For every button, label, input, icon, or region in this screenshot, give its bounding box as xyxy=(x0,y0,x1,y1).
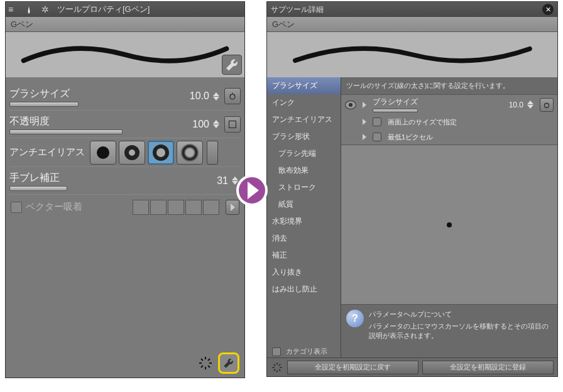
tool-property-titlebar: ≡ ✲ ツールプロパティ[Gペン] xyxy=(6,2,244,17)
wrench-icon[interactable] xyxy=(222,55,242,75)
opacity-slider[interactable] xyxy=(9,129,123,134)
expand-icon[interactable] xyxy=(360,101,369,109)
category-item-aa[interactable]: アンチエイリアス xyxy=(267,111,341,128)
category-item-brushsize[interactable]: ブラシサイズ xyxy=(267,77,341,94)
antialias-row: アンチエイリアス xyxy=(9,138,241,166)
category-show-label: カテゴリ表示 xyxy=(286,347,327,356)
brush-size-value[interactable]: 10.0 xyxy=(190,90,209,102)
vector-box[interactable] xyxy=(168,200,184,215)
svg-line-15 xyxy=(279,369,280,371)
stroke-preview xyxy=(6,32,244,77)
opacity-value[interactable]: 100 xyxy=(192,119,209,130)
min1px-checkbox[interactable] xyxy=(373,133,381,141)
opacity-spinner[interactable] xyxy=(213,120,222,128)
bottom-icon-row xyxy=(197,352,239,374)
brush-size-property: ブラシサイズ 10.0 画面上のサイズで指定 xyxy=(341,95,557,145)
category-item-overflow[interactable]: はみ出し防止 xyxy=(267,281,341,298)
svg-line-8 xyxy=(208,359,210,361)
subtool-body: ブラシサイズ インク アンチエイリアス ブラシ形状 ブラシ先端 散布効果 ストロ… xyxy=(267,77,557,357)
category-item-watercolor[interactable]: 水彩境界 xyxy=(267,213,341,230)
aa-option-weak[interactable] xyxy=(119,141,145,165)
category-description: ツールのサイズ(線の太さ)に関する設定を行います。 xyxy=(341,77,557,95)
preview-dot-icon xyxy=(447,222,452,227)
help-body: パラメータの上にマウスカーソルを移動するとその項目の説明が表示されます。 xyxy=(369,322,552,340)
brush-size-dynamics-button-r[interactable] xyxy=(540,98,554,112)
brush-size-row: ブラシサイズ 10.0 xyxy=(9,82,241,110)
reset-icon[interactable] xyxy=(197,354,214,372)
help-title: パラメータヘルプについて xyxy=(369,310,552,319)
expand-icon[interactable] xyxy=(360,133,369,141)
category-item-spray[interactable]: 散布効果 xyxy=(267,162,341,179)
category-item-ink[interactable]: インク xyxy=(267,94,341,111)
vector-box[interactable] xyxy=(203,200,219,215)
svg-line-5 xyxy=(201,359,203,361)
brush-size-slider[interactable] xyxy=(9,102,79,107)
brush-size-value-r[interactable]: 10.0 xyxy=(509,101,523,109)
brush-size-spinner-r[interactable] xyxy=(527,101,536,109)
blend-mode-button[interactable] xyxy=(224,116,241,133)
opacity-row: 不透明度 100 xyxy=(9,110,241,138)
subtool-detail-panel: サブツール詳細 ✕ Gペン ブラシサイズ インク アンチエイリアス ブラシ形状 … xyxy=(266,1,558,377)
category-list: ブラシサイズ インク アンチエイリアス ブラシ形状 ブラシ先端 散布効果 ストロ… xyxy=(267,77,341,357)
brush-preview xyxy=(341,145,557,305)
vector-box[interactable] xyxy=(133,200,149,215)
screen-size-checkbox[interactable] xyxy=(373,117,381,126)
stabilize-value[interactable]: 31 xyxy=(217,175,228,187)
expand-icon[interactable] xyxy=(360,117,369,126)
category-show-checkbox[interactable] xyxy=(272,347,281,356)
svg-line-7 xyxy=(201,366,203,368)
category-item-erase[interactable]: 消去 xyxy=(267,230,341,247)
opacity-label-text: 不透明度 xyxy=(9,116,50,126)
vector-box[interactable] xyxy=(150,200,167,215)
category-item-brushshape[interactable]: ブラシ形状 xyxy=(267,128,341,145)
brush-size-slider-r[interactable] xyxy=(373,109,418,112)
aa-option-medium[interactable] xyxy=(148,141,174,165)
opacity-label: 不透明度 xyxy=(9,114,97,134)
gear-icon[interactable]: ✲ xyxy=(40,4,51,15)
subtool-footer: 全設定を初期設定に戻す 全設定を初期設定に登録 xyxy=(267,357,557,376)
reset-all-button[interactable]: 全設定を初期設定に戻す xyxy=(287,361,418,374)
pen-icon xyxy=(22,3,36,16)
vector-expand-button[interactable] xyxy=(226,200,239,215)
reset-icon[interactable] xyxy=(271,361,283,374)
stabilize-row: 手ブレ補正 31 xyxy=(9,166,241,194)
help-icon: ? xyxy=(346,310,364,327)
vector-snap-boxes xyxy=(133,200,219,215)
category-item-inout[interactable]: 入り抜き xyxy=(267,264,341,281)
stabilize-slider[interactable] xyxy=(9,186,67,191)
vector-box[interactable] xyxy=(185,200,202,215)
visibility-toggle[interactable] xyxy=(345,101,356,109)
category-item-stroke[interactable]: ストローク xyxy=(267,179,341,196)
register-all-button[interactable]: 全設定を初期設定に登録 xyxy=(422,361,554,374)
min1px-label: 最低1ピクセル xyxy=(388,133,433,142)
tool-property-panel: ≡ ✲ ツールプロパティ[Gペン] Gペン ブラシサイズ 10.0 xyxy=(5,1,245,378)
brush-size-spinner[interactable] xyxy=(213,92,222,101)
category-item-correct[interactable]: 補正 xyxy=(267,247,341,264)
close-icon[interactable]: ✕ xyxy=(542,4,554,15)
help-area: ? パラメータヘルプについて パラメータの上にマウスカーソルを移動するとその項目… xyxy=(341,305,557,357)
subtool-detail-titlebar: サブツール詳細 ✕ xyxy=(267,2,557,17)
screen-size-label: 画面上のサイズで指定 xyxy=(388,117,457,127)
svg-line-17 xyxy=(279,364,280,365)
antialias-label: アンチエイリアス xyxy=(9,146,87,158)
menu-icon[interactable]: ≡ xyxy=(8,4,18,14)
brush-size-dynamics-button[interactable] xyxy=(224,88,241,104)
svg-line-16 xyxy=(274,369,275,371)
vector-snap-checkbox[interactable] xyxy=(11,202,22,213)
category-item-brushtip[interactable]: ブラシ先端 xyxy=(267,145,341,162)
svg-line-14 xyxy=(274,364,275,365)
subtool-detail-button[interactable] xyxy=(218,352,239,374)
stabilize-label: 手ブレ補正 xyxy=(9,170,97,191)
stabilize-label-text: 手ブレ補正 xyxy=(9,172,60,183)
tool-property-title: ツールプロパティ[Gペン] xyxy=(57,4,150,15)
category-item-paper[interactable]: 紙質 xyxy=(267,196,341,213)
aa-option-none[interactable] xyxy=(90,141,116,165)
stroke-preview-right xyxy=(267,32,557,77)
brush-size-label-r-text: ブラシサイズ xyxy=(373,97,418,106)
brush-size-label: ブラシサイズ xyxy=(9,86,97,107)
aa-expand-button[interactable] xyxy=(207,141,218,165)
svg-line-6 xyxy=(208,366,210,368)
aa-option-strong[interactable] xyxy=(177,141,203,165)
subtool-main: ツールのサイズ(線の太さ)に関する設定を行います。 ブラシサイズ 10.0 xyxy=(341,77,557,357)
brush-size-label-text: ブラシサイズ xyxy=(9,88,70,99)
